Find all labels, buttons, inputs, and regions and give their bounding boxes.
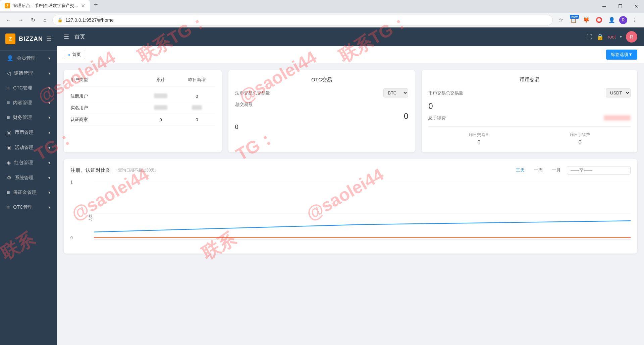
forward-button[interactable]: → (16, 15, 25, 25)
username-label: root (608, 34, 616, 40)
chart-title: 注册、认证对比图 (70, 167, 111, 174)
fullscreen-icon[interactable]: ⛶ (586, 33, 592, 41)
table-row: 注册用户 0 (70, 90, 215, 102)
activity-icon: ◉ (7, 144, 11, 151)
extension-button-2[interactable]: 🦊 (581, 15, 592, 25)
address-bar[interactable]: 🔒 127.0.0.1:9527/#/home (52, 15, 553, 25)
lock-icon[interactable]: 🔒 (596, 33, 604, 41)
back-button[interactable]: ← (4, 15, 13, 25)
sidebar-item-label: 财务管理 (13, 115, 32, 121)
otc-total-label: 总交易额 (235, 101, 253, 108)
extension-button-1[interactable]: 📋 New (568, 15, 579, 25)
member-icon: 👤 (7, 55, 13, 61)
browser-tab[interactable]: Z 管理后台 - 币严|全球数字资产交... ✕ (0, 0, 90, 11)
sidebar-item-otc[interactable]: ≡ OTC管理 ▾ (0, 200, 57, 215)
coin-icon: ◎ (7, 129, 11, 136)
system-icon: ⚙ (7, 175, 11, 181)
user-dropdown-arrow[interactable]: ▾ (620, 34, 622, 39)
chevron-down-icon: ▾ (48, 190, 50, 195)
otc-card: OTC交易 法币交易总交易量 BTC ETH USDT 总交易额 (228, 70, 415, 152)
sidebar-item-label: 邀请管理 (14, 70, 33, 76)
new-tab-button[interactable]: + (91, 0, 101, 9)
coin-exchange-card: 币币交易 币币交易总交易量 USDT BTC ETH 0 总手续费 (422, 70, 637, 152)
sidebar-toggle-button[interactable]: ☰ (46, 35, 52, 43)
yesterday-volume-value: 0 (469, 140, 489, 146)
menu-button[interactable]: ⋮ (629, 15, 640, 25)
col-new-header: 昨日新增 (179, 77, 215, 83)
chevron-down-icon: ▾ (48, 130, 50, 135)
content-header: ● 首页 标签选项▼ (57, 46, 644, 63)
tab-favicon: Z (5, 3, 10, 8)
maximize-button[interactable]: ❐ (612, 1, 628, 11)
sidebar-item-deposit[interactable]: ≡ 保证金管理 ▾ (0, 185, 57, 200)
chevron-down-icon: ▾ (48, 176, 50, 180)
home-button[interactable]: ⌂ (40, 15, 50, 25)
yesterday-fee-value: 0 (570, 140, 590, 146)
menu-toggle-icon[interactable]: ☰ (64, 33, 69, 41)
chart-area: 1 0 人数 (70, 180, 631, 247)
breadcrumb-dot: ● (68, 53, 70, 57)
tag-select-button[interactable]: 标签选项▼ (606, 50, 637, 60)
sidebar-item-coin[interactable]: ◎ 币币管理 ▾ (0, 125, 57, 140)
sidebar-item-member[interactable]: 👤 会员管理 ▾ (0, 51, 57, 66)
sidebar-item-label: CTC管理 (13, 85, 32, 91)
time-btn-one-week[interactable]: 一周 (531, 166, 546, 175)
lock-icon: 🔒 (57, 17, 63, 22)
sidebar-item-invite[interactable]: ◁ 邀请管理 ▾ (0, 66, 57, 81)
chart-svg (94, 180, 631, 247)
bookmarks-button[interactable]: ☆ (555, 15, 566, 25)
chevron-down-icon: ▾ (48, 145, 50, 150)
close-window-button[interactable]: ✕ (629, 1, 644, 11)
coin-fee-row: 总手续费 (428, 115, 631, 121)
sidebar-item-finance[interactable]: ≡ 财务管理 ▾ (0, 110, 57, 125)
extension-button-4[interactable]: 👤 (606, 15, 617, 25)
refresh-button[interactable]: ↻ (28, 15, 38, 25)
chevron-down-icon: ▾ (48, 71, 50, 76)
user-stats-card: 用户类型 累计 昨日新增 注册用户 0 实名用户 (64, 70, 222, 152)
sidebar-item-content[interactable]: ≡ 内容管理 ▾ (0, 95, 57, 110)
coin-card-title: 币币交易 (428, 77, 631, 83)
topbar-actions: ⛶ 🔒 root ▾ R (586, 31, 637, 43)
col-total-header: 累计 (143, 77, 179, 83)
y-label-area: 人数 (84, 180, 94, 247)
user-avatar[interactable]: R (626, 31, 637, 43)
sidebar-item-ctc[interactable]: ≡ CTC管理 ▾ (0, 81, 57, 95)
col-type-header: 用户类型 (70, 77, 143, 83)
sidebar-item-activity[interactable]: ◉ 活动管理 ▾ (0, 140, 57, 155)
sidebar-item-label: 币币管理 (15, 130, 34, 136)
ctc-icon: ≡ (7, 85, 10, 91)
sidebar-item-label: 系统管理 (15, 175, 34, 181)
extension-button-5[interactable]: R (619, 16, 627, 24)
time-btn-one-month[interactable]: 一月 (549, 166, 564, 175)
main-content: ● 首页 标签选项▼ 用户类型 累计 昨日新增 (57, 46, 644, 345)
time-btn-three-days[interactable]: 三天 (513, 166, 528, 175)
browser-actions: ☆ 📋 New 🦊 ⭕ 👤 R ⋮ (555, 15, 640, 25)
sidebar-item-redpacket[interactable]: ◈ 红包管理 ▾ (0, 155, 57, 170)
deposit-icon: ≡ (7, 190, 10, 196)
breadcrumb-home[interactable]: ● 首页 (64, 50, 85, 59)
logo-icon: Z (5, 33, 15, 44)
sidebar-item-label: 红包管理 (14, 160, 33, 166)
extension-button-3[interactable]: ⭕ (594, 15, 604, 25)
date-picker-input[interactable] (567, 166, 631, 175)
otc-currency-select[interactable]: BTC ETH USDT (383, 88, 408, 97)
sidebar: Z BIZZAN ☰ 👤 会员管理 ▾ ◁ 邀请管理 ▾ ≡ CTC管理 ▾ ≡… (0, 27, 57, 345)
tab-close-button[interactable]: ✕ (81, 3, 85, 9)
dashboard-row: 用户类型 累计 昨日新增 注册用户 0 实名用户 (64, 70, 637, 152)
otc-volume-label: 法币交易总交易量 (235, 90, 270, 96)
coin-currency-select[interactable]: USDT BTC ETH (606, 88, 631, 97)
browser-chrome: Z 管理后台 - 币严|全球数字资产交... ✕ + ─ ❐ ✕ ← → ↻ ⌂… (0, 0, 644, 27)
table-row: 认证商家 0 0 (70, 114, 215, 126)
yesterday-fee-label: 昨日手续费 (570, 132, 590, 138)
table-header: 用户类型 累计 昨日新增 (70, 77, 215, 86)
chevron-down-icon: ▾ (48, 115, 50, 120)
sidebar-item-system[interactable]: ⚙ 系统管理 ▾ (0, 170, 57, 185)
otc-icon: ≡ (7, 204, 10, 210)
content-icon: ≡ (7, 100, 10, 106)
minimize-button[interactable]: ─ (596, 1, 612, 11)
register-new: 0 (179, 94, 215, 99)
yesterday-volume-label: 昨日交易量 (469, 132, 489, 138)
content-body: 用户类型 累计 昨日新增 注册用户 0 实名用户 (57, 63, 644, 260)
chevron-down-icon: ▾ (48, 205, 50, 210)
merchant-total: 0 (143, 117, 179, 122)
